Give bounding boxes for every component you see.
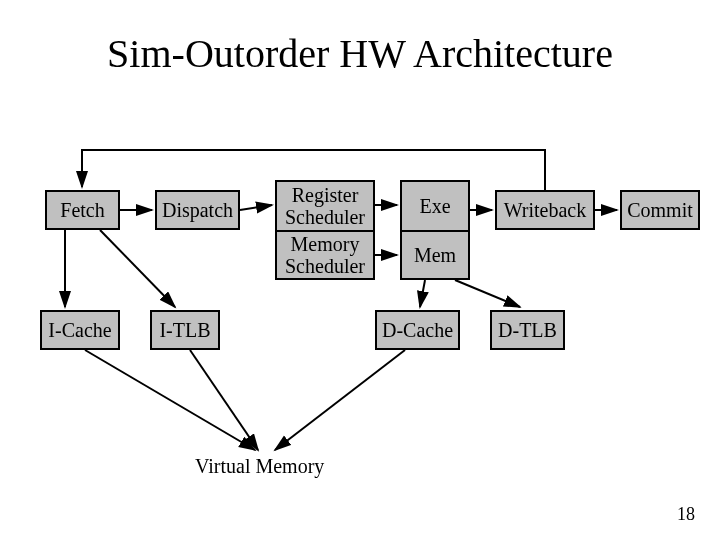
slide: Sim-Outorder HW Architecture Fetch Dispa… xyxy=(0,0,720,540)
box-mem: Mem xyxy=(402,230,468,278)
box-exe: Exe xyxy=(402,182,468,230)
page-number: 18 xyxy=(677,504,695,525)
page-title: Sim-Outorder HW Architecture xyxy=(0,30,720,77)
box-exe-mem: Exe Mem xyxy=(400,180,470,280)
svg-line-9 xyxy=(455,280,520,307)
box-dispatch: Dispatch xyxy=(155,190,240,230)
svg-line-7 xyxy=(100,230,175,307)
box-itlb: I-TLB xyxy=(150,310,220,350)
box-schedulers: Register Scheduler Memory Scheduler xyxy=(275,180,375,280)
svg-line-8 xyxy=(420,280,425,307)
box-fetch: Fetch xyxy=(45,190,120,230)
box-memory-scheduler: Memory Scheduler xyxy=(277,230,373,278)
svg-line-11 xyxy=(190,350,258,450)
box-dcache: D-Cache xyxy=(375,310,460,350)
box-icache: I-Cache xyxy=(40,310,120,350)
box-dtlb: D-TLB xyxy=(490,310,565,350)
box-register-scheduler: Register Scheduler xyxy=(277,182,373,230)
box-commit: Commit xyxy=(620,190,700,230)
svg-line-12 xyxy=(275,350,405,450)
svg-line-10 xyxy=(85,350,255,450)
label-virtual-memory: Virtual Memory xyxy=(195,455,324,478)
svg-line-1 xyxy=(240,205,272,210)
box-writeback: Writeback xyxy=(495,190,595,230)
